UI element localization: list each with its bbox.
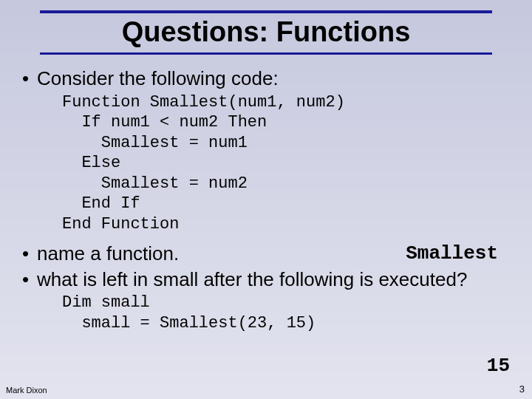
bullet-dot: • [19,267,37,292]
bullet-3: • what is left in small after the follow… [19,267,513,292]
bullet-dot: • [19,66,37,91]
bullet-1: • Consider the following code: [19,66,513,91]
code-block-1: Function Smallest(num1, num2) If num1 < … [62,92,513,235]
bullet-3-text: what is left in small after the followin… [37,267,513,292]
content-area: • Consider the following code: Function … [0,66,532,333]
slide-title: Questions: Functions [0,16,532,48]
code-block-2: Dim small small = Smallest(23, 15) [62,293,513,333]
footer-page: 3 [519,383,525,395]
bullet-2: • name a function. Smallest [19,242,513,266]
header-rule [40,10,492,13]
answer-1: Smallest [406,242,498,266]
bullet-dot: • [19,242,37,266]
answer-2: 15 [487,355,510,377]
footer-author: Mark Dixon [6,386,47,395]
title-underline [40,52,492,55]
bullet-1-text: Consider the following code: [37,66,513,91]
